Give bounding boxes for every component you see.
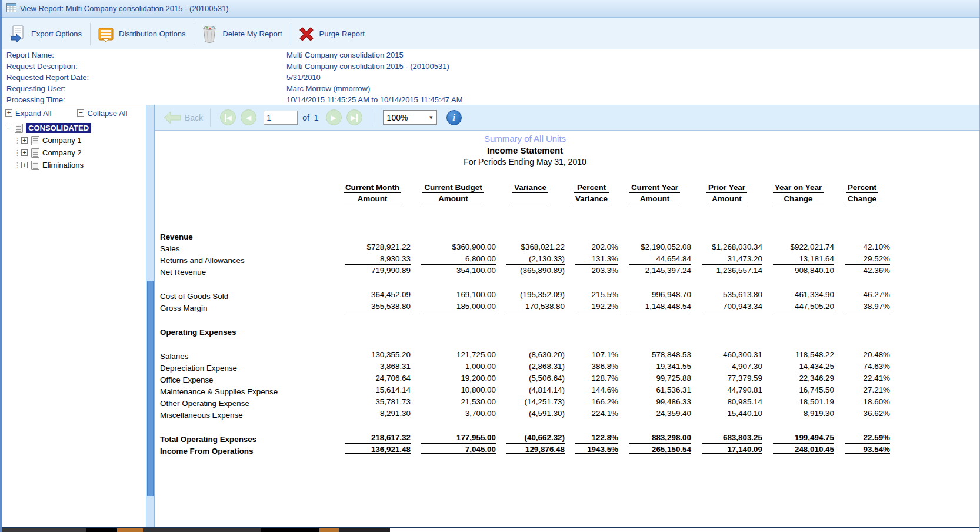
income-statement-table: Current MonthAmountCurrent BudgetAmountV… xyxy=(160,182,890,455)
report-node-icon xyxy=(31,161,39,170)
row-value: 719,990.89 xyxy=(334,265,411,277)
row-value: 355,538.80 xyxy=(334,301,411,312)
column-header-line1: Percent xyxy=(574,182,609,193)
tree-connector: ⋮ xyxy=(14,136,21,145)
row-label: Operating Expenses xyxy=(160,325,334,337)
row-value: 16,745.50 xyxy=(762,384,834,396)
row-value xyxy=(762,230,834,241)
row-value: 185,000.00 xyxy=(411,301,496,312)
column-header-line2: Amount xyxy=(706,193,747,204)
export-options-label: Export Options xyxy=(31,29,82,38)
row-value: (5,506.64) xyxy=(496,373,565,384)
window-title: View Report: Multi Company consolidation… xyxy=(20,4,229,13)
row-value: (40,662.32) xyxy=(496,432,565,444)
column-header: PercentChange xyxy=(834,182,890,204)
distribution-options-button[interactable]: Distribution Options xyxy=(93,22,191,46)
row-value: 265,150.54 xyxy=(618,444,691,455)
tree-node-eliminations[interactable]: ⋮+Eliminations xyxy=(14,159,146,171)
report-info-button[interactable]: i xyxy=(446,110,462,125)
previous-page-icon: ◀ xyxy=(246,114,251,122)
row-label: Gross Margin xyxy=(160,301,334,312)
row-value: 170,538.80 xyxy=(496,301,565,312)
row-value: 166.2% xyxy=(565,396,618,408)
row-label: Maintenance & Supplies Expense xyxy=(160,384,334,396)
column-header: Current BudgetAmount xyxy=(411,182,496,204)
distribution-icon xyxy=(96,25,115,44)
last-page-button[interactable]: ▶ xyxy=(346,109,362,125)
previous-page-button[interactable]: ◀ xyxy=(241,109,256,125)
tree-node-company-1[interactable]: ⋮+Company 1 xyxy=(14,134,146,147)
delete-my-report-button[interactable]: Delete My Report xyxy=(196,22,288,46)
back-button[interactable]: Back xyxy=(164,111,203,124)
row-value: 578,848.53 xyxy=(618,349,691,361)
row-value xyxy=(618,325,691,337)
row-value: 144.6% xyxy=(565,384,618,396)
row-value: 19,200.00 xyxy=(411,373,496,384)
row-value: 121,725.00 xyxy=(411,349,496,361)
row-value: (4,814.14) xyxy=(496,384,565,396)
taskbar-fragment xyxy=(86,528,117,532)
row-value: 218,617.32 xyxy=(334,432,411,444)
column-header-line2: Amount xyxy=(422,193,484,204)
taskbar-fragment xyxy=(143,528,261,532)
table-row: Total Operating Expenses218,617.32177,95… xyxy=(160,432,890,444)
column-header-line2: Variance xyxy=(574,193,609,204)
row-label: Miscellaneous Expense xyxy=(160,408,334,420)
row-value: 10,800.00 xyxy=(411,384,496,396)
report-tree-panel: + Expand All − Collapse All − CONSOLIDAT… xyxy=(2,105,146,527)
page-number-input[interactable] xyxy=(264,111,298,125)
tree-node-label: Company 2 xyxy=(42,148,81,157)
collapse-node-icon[interactable]: − xyxy=(5,125,11,131)
row-value: 22.41% xyxy=(834,373,890,384)
expand-node-icon[interactable]: + xyxy=(21,162,28,168)
row-value: 15,614.14 xyxy=(334,384,411,396)
toolbar-separator xyxy=(210,109,211,127)
pager-toolbar: Back ◀ ◀ of 1 ▶ ▶ 100% ▾ i xyxy=(155,105,979,131)
row-label: Depreciation Expense xyxy=(160,361,334,373)
summary-of-all-units-link[interactable]: Summary of All Units xyxy=(160,134,890,144)
row-value: 77,379.59 xyxy=(691,373,762,384)
collapse-all-button[interactable]: − Collapse All xyxy=(77,109,127,118)
metadata-value: Marc Morrow (mmorrow) xyxy=(286,83,370,94)
purge-report-button[interactable]: Purge Report xyxy=(294,22,371,46)
row-value xyxy=(334,325,411,337)
scrollbar-thumb[interactable] xyxy=(147,281,154,496)
vertical-scrollbar[interactable] xyxy=(146,105,155,527)
table-row: Depreciation Expense3,868.311,000.00(2,8… xyxy=(160,361,890,373)
tree-node-company-2[interactable]: ⋮+Company 2 xyxy=(14,147,146,159)
tree-node-consolidated[interactable]: − CONSOLIDATED xyxy=(2,122,146,134)
plus-icon: + xyxy=(5,109,12,117)
row-value: 2,145,397.24 xyxy=(618,265,691,277)
row-value xyxy=(618,230,691,241)
row-value: 24,706.64 xyxy=(334,373,411,384)
report-unit-tree: − CONSOLIDATED ⋮+Company 1⋮+Company 2⋮+E… xyxy=(2,122,146,171)
row-value xyxy=(496,325,565,337)
first-page-button[interactable]: ◀ xyxy=(220,109,236,125)
purge-report-label: Purge Report xyxy=(319,29,365,38)
zoom-select[interactable]: 100% ▾ xyxy=(383,110,437,125)
column-header-line1: Percent xyxy=(846,182,878,193)
last-page-icon: ▶ xyxy=(351,114,358,122)
row-value: 20.48% xyxy=(834,349,890,361)
row-value: $922,021.74 xyxy=(762,241,834,253)
expand-node-icon[interactable]: + xyxy=(21,137,28,144)
report-toolbar: Export Options Distribution Options xyxy=(2,18,979,49)
report-node-icon xyxy=(31,136,39,145)
column-header-line2: Amount xyxy=(629,193,680,204)
expand-node-icon[interactable]: + xyxy=(21,149,28,156)
export-options-button[interactable]: Export Options xyxy=(5,22,88,46)
row-value: 996,948.70 xyxy=(618,289,691,301)
row-value: 129,876.48 xyxy=(496,444,565,455)
row-value: 131.3% xyxy=(565,253,618,265)
row-value: 354,100.00 xyxy=(411,265,496,277)
next-page-button[interactable]: ▶ xyxy=(326,109,342,125)
row-value: $2,190,052.08 xyxy=(618,241,691,253)
row-value: 3,700.00 xyxy=(411,408,496,420)
row-value xyxy=(762,325,834,337)
row-value: 44,654.84 xyxy=(618,253,691,265)
column-header-line1: Variance xyxy=(512,182,548,193)
column-header-line1: Current Budget xyxy=(422,182,484,193)
expand-all-button[interactable]: + Expand All xyxy=(5,109,51,118)
row-value: 461,334.90 xyxy=(762,289,834,301)
row-value: 8,291.30 xyxy=(334,408,411,420)
